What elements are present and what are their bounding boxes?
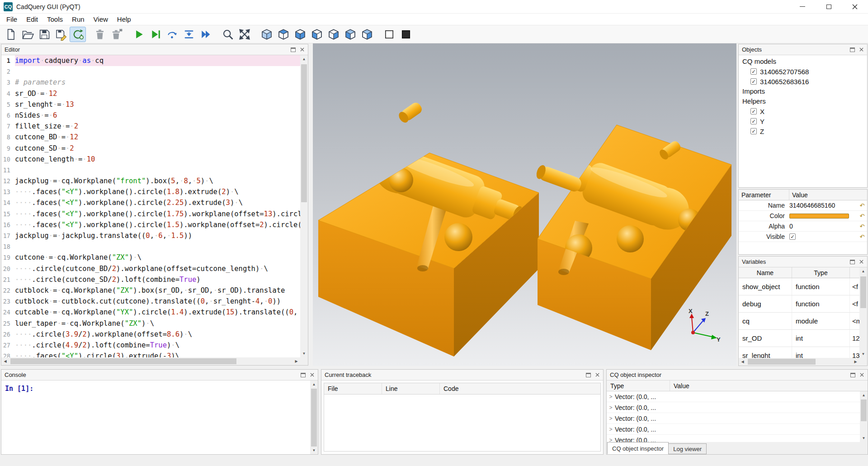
view-bottom-button[interactable] [292,27,308,42]
column-header-value[interactable]: Value [789,190,867,200]
tree-group-imports[interactable]: Imports [739,86,867,96]
column-header-value[interactable]: Value [670,380,868,391]
tree-item[interactable]: ✓X [739,106,867,116]
property-row-color[interactable]: Color↶ [739,211,867,221]
step-over-button[interactable] [164,27,180,42]
scroll-down-arrow[interactable]: ▼ [859,350,867,358]
inspector-row[interactable]: >Vector: (0.0, ... [607,413,860,424]
code-line[interactable]: 2 [1,66,300,77]
code-line[interactable]: 19cutcone·=·cq.Workplane("ZX")·\ [1,252,300,263]
tree-group-helpers[interactable]: Helpers [739,96,867,106]
close-button[interactable] [842,0,868,13]
scrollbar-thumb[interactable] [748,359,816,365]
scroll-up-arrow[interactable]: ▲ [860,391,868,399]
inspector-row[interactable]: >Vector: (0.0, ... [607,402,860,413]
cad-model[interactable]: X Z Y [313,43,736,366]
property-row-alpha[interactable]: Alpha0↶ [739,221,867,232]
checkbox[interactable]: ✓ [750,68,757,75]
checkbox[interactable]: ✓ [750,128,757,134]
view-front-button[interactable] [342,27,359,42]
menu-item-view[interactable]: View [89,14,113,24]
tree-group-cq-models[interactable]: CQ models [739,57,867,67]
code-line[interactable]: 18 [1,241,300,252]
editor-float-button[interactable] [289,46,297,54]
reload-imports-button[interactable] [70,27,86,42]
reset-button[interactable]: ↶ [857,202,867,209]
column-header-line[interactable]: Line [382,383,440,394]
inspector-close-button[interactable] [858,371,866,379]
editor-vertical-scrollbar[interactable]: ▲ ▼ [300,55,308,357]
reset-button[interactable]: ↶ [857,233,867,240]
inspector-row[interactable]: >Vector: (0.0, ... [607,424,860,435]
minimize-button[interactable] [789,0,816,13]
console-close-button[interactable] [308,371,316,379]
variable-row[interactable]: show_objectfunction<f [739,278,859,295]
render-button[interactable] [131,27,147,42]
scroll-down-arrow[interactable]: ▼ [300,350,308,357]
code-line[interactable]: 1import·cadquery·as·cq [1,55,300,66]
checkbox[interactable]: ✓ [750,108,757,114]
scroll-up-arrow[interactable]: ▲ [300,55,308,63]
code-line[interactable]: 13····.faces("<Y").workplane().circle(1.… [1,186,300,197]
menu-item-tools[interactable]: Tools [42,14,67,24]
scrollbar-thumb[interactable] [10,358,236,364]
fit-view-button[interactable] [220,27,236,42]
code-line[interactable]: 23cutblock·=·cutblock.cut(cutcone).trans… [1,296,300,307]
variable-row[interactable]: sr_lenghtint13 [739,347,859,358]
traceback-close-button[interactable] [593,371,601,379]
code-line[interactable]: 16····.faces("<Y").workplane().circle(1.… [1,219,300,230]
variables-horizontal-scrollbar[interactable]: ◀ ▶ [739,358,859,366]
scrollbar-thumb[interactable] [311,389,317,447]
variables-vertical-scrollbar[interactable]: ▲ ▼ [859,267,867,358]
tab-log-viewer[interactable]: Log viewer [668,443,707,454]
tree-item[interactable]: ✓3140652707568 [739,67,867,76]
scroll-up-arrow[interactable]: ▲ [310,380,318,388]
editor-close-button[interactable] [298,46,306,54]
code-line[interactable]: 25luer_taper·=·cq.Workplane("ZX")·\ [1,318,300,329]
code-line[interactable]: 26····.circle(3.9/2).workplane(offset=8.… [1,329,300,340]
column-header-file[interactable]: File [324,383,382,394]
code-line[interactable]: 15····.faces("<Y").workplane().circle(1.… [1,209,300,219]
inspector-float-button[interactable] [849,371,857,379]
continue-button[interactable] [198,27,214,42]
traceback-float-button[interactable] [584,371,592,379]
scroll-down-arrow[interactable]: ▼ [860,434,868,442]
code-line[interactable]: 7fillet_size·=·2 [1,121,300,132]
objects-float-button[interactable] [848,46,856,54]
color-swatch[interactable] [789,214,849,219]
inspector-row[interactable]: >Vector: (0.0, ... [607,435,860,442]
scrollbar-thumb[interactable] [861,399,867,421]
console-float-button[interactable] [299,371,307,379]
code-line[interactable]: 9cutcone_SD·=·2 [1,143,300,154]
code-line[interactable]: 4sr_OD·=·12 [1,88,300,99]
console-vertical-scrollbar[interactable]: ▲ ▼ [310,380,318,454]
code-line[interactable]: 6nSides·=·6 [1,110,300,121]
expand-chevron-icon[interactable]: > [607,426,615,433]
scroll-left-arrow[interactable]: ◀ [1,357,9,365]
editor-horizontal-scrollbar[interactable]: ◀ ▶ [1,357,300,365]
delete-current-button[interactable] [92,27,108,42]
new-file-button[interactable] [3,27,19,42]
column-header-parameter[interactable]: Parameter [739,190,789,200]
step-in-button[interactable] [181,27,197,42]
wireframe-button[interactable] [381,27,397,42]
code-line[interactable]: 12jackplug·=·cq.Workplane("front").box(5… [1,176,300,186]
delete-all-button[interactable] [108,27,125,42]
variables-close-button[interactable] [857,258,865,266]
tab-cq-object-inspector[interactable]: CQ object inspector [607,442,669,454]
save-as-button[interactable] [53,27,69,42]
code-line[interactable]: 20····.circle(cutcone_BD/2).workplane(of… [1,263,300,274]
code-line[interactable]: 3# parameters [1,77,300,88]
code-editor[interactable]: 1import·cadquery·as·cq23# parameters4sr_… [1,55,300,357]
menu-item-help[interactable]: Help [113,14,136,24]
scroll-right-arrow[interactable]: ▶ [292,357,300,365]
expand-chevron-icon[interactable]: > [607,437,615,442]
code-line[interactable]: 22cutblock·=·cq.Workplane("ZX").box(sr_O… [1,285,300,296]
viewport-3d[interactable]: X Z Y [313,43,736,366]
view-back-button[interactable] [359,27,375,42]
expand-chevron-icon[interactable]: > [607,404,615,411]
menu-item-run[interactable]: Run [67,14,89,24]
variable-row[interactable]: cqmodule<m [739,313,859,330]
scrollbar-thumb[interactable] [860,276,866,308]
inspector-row[interactable]: >Vector: (0.0, ... [607,391,860,402]
